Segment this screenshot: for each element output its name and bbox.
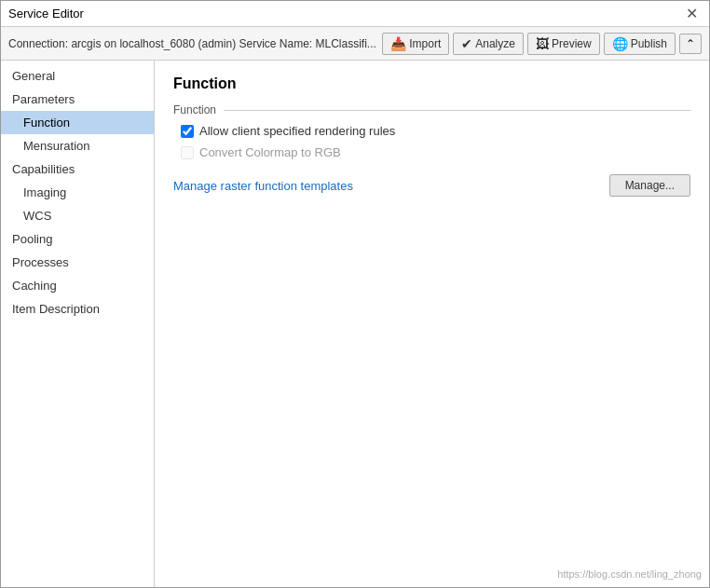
preview-label: Preview [552, 37, 592, 50]
convert-colormap-checkbox[interactable] [181, 146, 194, 159]
main-content: GeneralParametersFunctionMensurationCapa… [1, 61, 709, 587]
preview-icon: 🖼 [536, 36, 549, 51]
checkbox1-row: Allow client specified rendering rules [181, 124, 690, 138]
import-icon: 📥 [390, 36, 406, 51]
content-area: Function Function Allow client specified… [155, 61, 709, 587]
sidebar-item-processes[interactable]: Processes [1, 251, 154, 274]
preview-button[interactable]: 🖼 Preview [527, 33, 600, 55]
collapse-button[interactable]: ⌃ [679, 34, 702, 54]
import-button[interactable]: 📥 Import [382, 33, 449, 55]
sidebar: GeneralParametersFunctionMensurationCapa… [1, 61, 155, 587]
analyze-icon: ✔ [461, 36, 472, 51]
publish-button[interactable]: 🌐 Publish [604, 33, 676, 55]
sidebar-item-general[interactable]: General [1, 64, 154, 88]
sidebar-item-parameters[interactable]: Parameters [1, 88, 154, 111]
checkbox2-row: Convert Colormap to RGB [181, 145, 690, 159]
sidebar-item-caching[interactable]: Caching [1, 274, 154, 297]
watermark: https://blog.csdn.net/ling_zhong [557, 568, 702, 580]
title-bar: Service Editor ✕ [1, 1, 709, 27]
import-label: Import [409, 37, 441, 50]
manage-raster-link[interactable]: Manage raster function templates [173, 179, 353, 193]
sidebar-item-capabilities[interactable]: Capabilities [1, 157, 154, 181]
window-title: Service Editor [8, 7, 84, 21]
connection-info: Connection: arcgis on localhost_6080 (ad… [8, 37, 378, 50]
sidebar-item-function[interactable]: Function [1, 111, 154, 134]
sidebar-item-pooling[interactable]: Pooling [1, 227, 154, 251]
sidebar-item-wcs[interactable]: WCS [1, 204, 154, 227]
manage-row: Manage raster function templates Manage.… [173, 174, 690, 197]
manage-button[interactable]: Manage... [609, 174, 690, 197]
close-button[interactable]: ✕ [682, 7, 702, 21]
sidebar-item-imaging[interactable]: Imaging [1, 181, 154, 204]
allow-rendering-label: Allow client specified rendering rules [199, 124, 395, 138]
publish-icon: 🌐 [612, 36, 628, 51]
toolbar: Connection: arcgis on localhost_6080 (ad… [1, 27, 709, 61]
analyze-label: Analyze [475, 37, 515, 50]
sidebar-item-item-description[interactable]: Item Description [1, 297, 154, 321]
main-window: Service Editor ✕ Connection: arcgis on l… [0, 0, 710, 588]
page-title: Function [173, 75, 690, 92]
sidebar-item-mensuration[interactable]: Mensuration [1, 134, 154, 157]
publish-label: Publish [631, 37, 667, 50]
section-label: Function [173, 103, 690, 116]
convert-colormap-label: Convert Colormap to RGB [199, 145, 341, 159]
allow-rendering-checkbox[interactable] [181, 125, 194, 138]
analyze-button[interactable]: ✔ Analyze [453, 33, 524, 55]
